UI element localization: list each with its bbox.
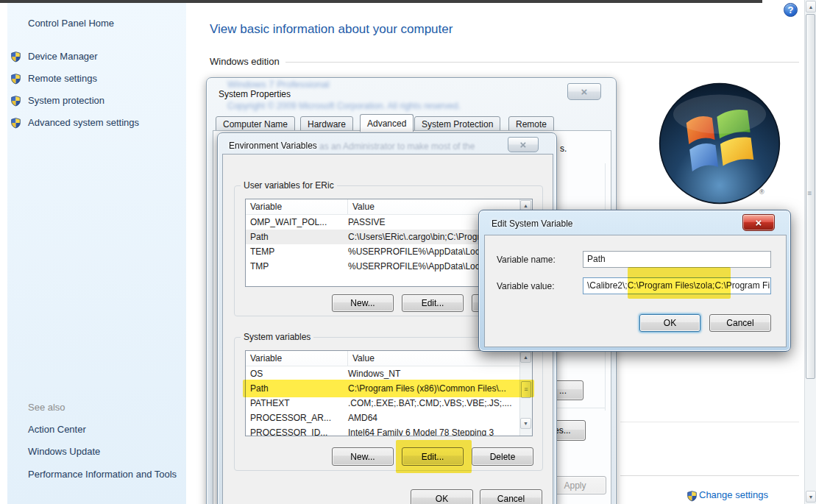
- windows-edition-rule: [210, 62, 799, 63]
- sidebar-item-performance-info[interactable]: Performance Information and Tools: [28, 468, 179, 480]
- uac-shield-icon: [10, 73, 21, 85]
- blurred-background-text: Copyright © 2009 Microsoft Corporation. …: [227, 101, 522, 111]
- system-properties-title: System Properties: [219, 89, 291, 99]
- column-variable[interactable]: Variable: [246, 351, 348, 366]
- tab-hardware[interactable]: Hardware: [300, 116, 353, 132]
- change-settings-link[interactable]: Change settings: [699, 489, 768, 500]
- env-ok-button[interactable]: OK: [411, 489, 473, 504]
- sidebar-item-device-manager[interactable]: Device Manager: [28, 51, 98, 62]
- system-delete-button[interactable]: Delete: [472, 447, 533, 466]
- section-divider: [620, 422, 799, 422]
- env-cancel-button[interactable]: Cancel: [480, 489, 542, 504]
- uac-shield-icon: [10, 51, 21, 63]
- user-new-button[interactable]: New...: [332, 294, 394, 312]
- edit-system-variable-body: Variable name: Path Variable value: \Cal…: [484, 235, 787, 347]
- blurred-background-text: Windows 7 Professional: [227, 79, 352, 90]
- list-header[interactable]: Variable Value: [246, 351, 532, 366]
- table-row[interactable]: PROCESSOR_ID... Intel64 Family 6 Model 7…: [246, 425, 532, 436]
- help-icon[interactable]: ?: [784, 3, 798, 17]
- system-variables-label: System variables: [241, 332, 313, 342]
- screen: Control Panel Home Device Manager Remote…: [0, 0, 816, 504]
- sidebar-item-action-center[interactable]: Action Center: [28, 424, 86, 435]
- column-value[interactable]: Value: [348, 351, 532, 366]
- user-variables-label: User variables for ERic: [241, 180, 337, 191]
- tab-system-protection[interactable]: System Protection: [414, 116, 500, 132]
- highlight-annotation-variable-value: [628, 267, 731, 299]
- scroll-down-icon[interactable]: ▼: [806, 491, 816, 503]
- table-row[interactable]: OS Windows_NT: [246, 366, 532, 381]
- uac-shield-icon: [686, 490, 698, 502]
- blurred-background-text: as an Administrator to make most of the: [319, 141, 503, 152]
- close-icon[interactable]: ×: [567, 83, 601, 100]
- section-divider: [620, 475, 799, 476]
- sidebar-item-system-protection[interactable]: System protection: [28, 95, 104, 106]
- variable-name-label: Variable name:: [497, 255, 556, 265]
- tab-remote[interactable]: Remote: [508, 116, 554, 132]
- edit-cancel-button[interactable]: Cancel: [709, 314, 771, 332]
- scroll-up-icon[interactable]: ▲: [520, 352, 531, 363]
- system-new-button[interactable]: New...: [332, 447, 394, 466]
- uac-shield-icon: [10, 117, 21, 129]
- highlight-annotation-path-row: [243, 380, 534, 397]
- close-icon[interactable]: ×: [742, 214, 775, 231]
- sidebar-item-remote-settings[interactable]: Remote settings: [28, 73, 97, 84]
- close-icon[interactable]: ×: [508, 137, 539, 152]
- highlight-annotation-edit-button: [396, 440, 472, 473]
- scrollbar-grip-icon: ≡: [806, 190, 813, 197]
- edit-ok-button[interactable]: OK: [639, 314, 700, 332]
- scroll-down-icon[interactable]: ▼: [520, 418, 531, 429]
- windows-edition-heading: Windows edition: [210, 56, 285, 67]
- table-row[interactable]: PROCESSOR_AR... AMD64: [246, 411, 532, 425]
- page-scrollbar[interactable]: ▲ ≡ ▼: [804, 0, 816, 504]
- page-title: View basic information about your comput…: [210, 22, 453, 37]
- variable-value-label: Variable value:: [497, 281, 555, 291]
- uac-shield-icon: [10, 95, 21, 107]
- table-row[interactable]: PATHEXT .COM;.EXE;.BAT;.CMD;.VBS;.VBE;.J…: [246, 396, 532, 411]
- sidebar-item-control-panel-home[interactable]: Control Panel Home: [28, 18, 114, 29]
- tab-computer-name[interactable]: Computer Name: [216, 116, 295, 132]
- windows-logo: [659, 82, 781, 205]
- environment-variables-title: Environment Variables: [229, 141, 317, 151]
- see-also-heading: See also: [28, 402, 65, 413]
- registered-mark: ®: [759, 188, 764, 196]
- scroll-up-icon[interactable]: ▲: [806, 1, 816, 13]
- sidebar-item-windows-update[interactable]: Windows Update: [28, 446, 100, 457]
- edit-system-variable-dialog: Edit System Variable × Variable name: Pa…: [478, 210, 791, 352]
- column-variable[interactable]: Variable: [246, 199, 348, 214]
- edit-system-variable-title: Edit System Variable: [492, 219, 573, 229]
- variable-name-input[interactable]: Path: [583, 251, 771, 268]
- admin-note-fragment: s.: [560, 143, 567, 154]
- tab-advanced[interactable]: Advanced: [360, 114, 414, 132]
- user-edit-button[interactable]: Edit...: [402, 294, 464, 312]
- sidebar-item-advanced-system-settings[interactable]: Advanced system settings: [28, 117, 139, 128]
